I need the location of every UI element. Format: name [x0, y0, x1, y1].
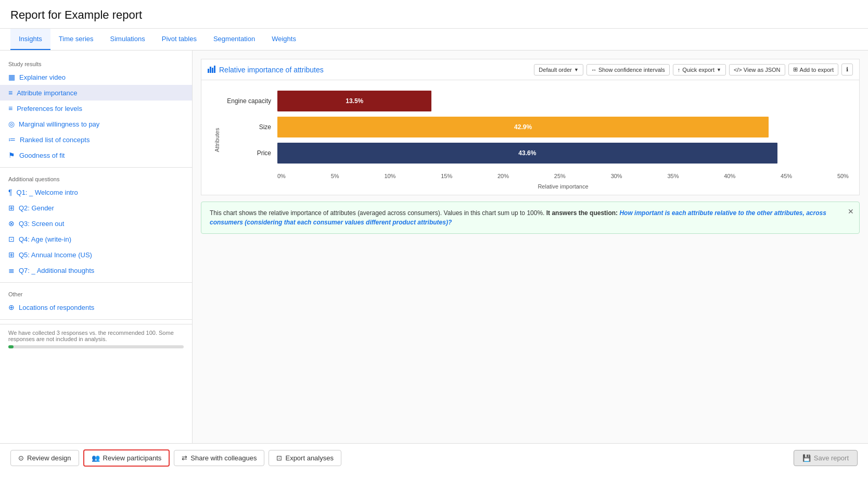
- other-label: Other: [0, 287, 192, 299]
- sidebar-item-label: Q7: _ Additional thoughts: [19, 267, 94, 274]
- x-tick-50: 50%: [837, 173, 849, 179]
- tab-time-series[interactable]: Time series: [50, 29, 102, 50]
- tab-pivot-tables[interactable]: Pivot tables: [154, 29, 205, 50]
- order-button[interactable]: Default order ▼: [534, 64, 583, 76]
- q1-icon: ¶: [8, 188, 12, 196]
- sidebar-item-label: Goodness of fit: [19, 152, 65, 159]
- study-results-label: Study results: [0, 57, 192, 69]
- share-icon: ⇄: [182, 454, 187, 462]
- info-text-normal: This chart shows the relative importance…: [210, 209, 544, 217]
- share-label: Share with colleagues: [190, 454, 257, 462]
- svg-rect-1: [210, 67, 211, 73]
- sidebar-divider-2: [0, 282, 192, 283]
- y-axis-label: Attributes: [212, 91, 220, 190]
- goodness-fit-icon: ⚑: [8, 151, 15, 159]
- info-button[interactable]: ℹ: [841, 64, 853, 76]
- chart-title-icon: [208, 65, 216, 74]
- chart-main: Engine capacity 13.5% Size: [220, 91, 849, 190]
- attribute-importance-icon: ≡: [8, 89, 12, 97]
- bar-track-engine-capacity: 13.5%: [277, 91, 849, 111]
- tab-segmentation[interactable]: Segmentation: [205, 29, 263, 50]
- review-design-icon: ⊙: [18, 454, 24, 462]
- bar-row-engine-capacity: Engine capacity 13.5%: [220, 91, 849, 111]
- quick-export-button[interactable]: ↑ Quick export ▼: [673, 64, 726, 76]
- sidebar-item-explainer-video[interactable]: ▦ Explainer video: [0, 69, 192, 85]
- sidebar-item-label: Attribute importance: [17, 89, 77, 97]
- bar-fill-price: 43.6%: [277, 143, 777, 164]
- review-participants-label: Review participants: [103, 454, 162, 462]
- sidebar-item-q7[interactable]: ≣ Q7: _ Additional thoughts: [0, 262, 192, 278]
- info-box-close-button[interactable]: ✕: [848, 206, 854, 217]
- sidebar-item-locations[interactable]: ⊕ Locations of respondents: [0, 299, 192, 315]
- q3-icon: ⊗: [8, 219, 15, 228]
- export-caret-icon: ▼: [717, 67, 721, 72]
- review-design-label: Review design: [27, 454, 71, 462]
- main-layout: Study results ▦ Explainer video ≡ Attrib…: [0, 51, 868, 443]
- save-icon: 💾: [802, 454, 811, 462]
- sidebar-item-q3[interactable]: ⊗ Q3: Screen out: [0, 216, 192, 231]
- chart-header: Relative importance of attributes Defaul…: [201, 59, 860, 80]
- review-design-button[interactable]: ⊙ Review design: [10, 450, 79, 466]
- sidebar-item-label: Marginal willingness to pay: [19, 120, 99, 128]
- sidebar-item-label: Q4: Age (write-in): [19, 235, 71, 243]
- sidebar-item-label: Ranked list of concepts: [20, 136, 90, 144]
- svg-rect-3: [214, 66, 215, 73]
- page-header: Report for Example report: [0, 0, 868, 29]
- review-participants-button[interactable]: 👥 Review participants: [83, 449, 170, 467]
- bar-label-engine-capacity: Engine capacity: [220, 97, 277, 105]
- confidence-intervals-button[interactable]: ↔ Show confidence intervals: [586, 64, 670, 76]
- bar-fill-size: 42.9%: [277, 117, 769, 137]
- sidebar-item-label: Q1: _ Welcome intro: [17, 189, 78, 196]
- bar-track-price: 43.6%: [277, 143, 849, 164]
- chart-title: Relative importance of attributes: [208, 65, 324, 74]
- explainer-video-icon: ▦: [8, 73, 15, 81]
- page-title: Report for Example report: [10, 8, 858, 22]
- view-json-button[interactable]: </> View as JSON: [729, 64, 785, 76]
- chart-title-text: Relative importance of attributes: [219, 66, 324, 74]
- sidebar-item-goodness-fit[interactable]: ⚑ Goodness of fit: [0, 147, 192, 163]
- sidebar: Study results ▦ Explainer video ≡ Attrib…: [0, 51, 193, 443]
- add-to-export-button[interactable]: ⊞ Add to export: [788, 64, 838, 76]
- bottom-bar: ⊙ Review design 👥 Review participants ⇄ …: [0, 443, 868, 472]
- sidebar-item-label: Explainer video: [19, 73, 66, 81]
- sidebar-item-label: Locations of respondents: [19, 304, 94, 311]
- bar-track-size: 42.9%: [277, 117, 849, 137]
- share-button[interactable]: ⇄ Share with colleagues: [174, 450, 264, 466]
- additional-questions-label: Additional questions: [0, 172, 192, 184]
- sidebar-item-q5[interactable]: ⊞ Q5: Annual Income (US): [0, 247, 192, 262]
- export-analyses-label: Export analyses: [285, 454, 334, 462]
- sidebar-item-preferences-levels[interactable]: ≡ Preferences for levels: [0, 101, 192, 116]
- x-tick-0: 0%: [277, 173, 286, 179]
- svg-rect-2: [212, 68, 213, 73]
- tab-simulations[interactable]: Simulations: [102, 29, 154, 50]
- export-analyses-button[interactable]: ⊡ Export analyses: [269, 450, 341, 466]
- preferences-levels-icon: ≡: [8, 104, 12, 112]
- order-caret-icon: ▼: [574, 67, 579, 72]
- tab-weights[interactable]: Weights: [263, 29, 304, 50]
- info-text-bold: It answers the question:: [546, 209, 618, 217]
- q5-icon: ⊞: [8, 250, 15, 259]
- bar-row-size: Size 42.9%: [220, 117, 849, 137]
- marginal-willingness-icon: ◎: [8, 120, 15, 128]
- export-label: Quick export: [682, 67, 714, 73]
- chart-controls: Default order ▼ ↔ Show confidence interv…: [534, 64, 853, 76]
- tabs-bar: Insights Time series Simulations Pivot t…: [0, 29, 868, 51]
- sidebar-item-q4[interactable]: ⊡ Q4: Age (write-in): [0, 231, 192, 247]
- tab-insights[interactable]: Insights: [10, 29, 50, 50]
- sidebar-item-label: Q5: Annual Income (US): [19, 251, 92, 259]
- x-tick-35: 35%: [667, 173, 679, 179]
- sidebar-item-marginal-willingness[interactable]: ◎ Marginal willingness to pay: [0, 116, 192, 132]
- x-tick-10: 10%: [384, 173, 395, 179]
- bar-value-size: 42.9%: [514, 123, 532, 131]
- chart-inner: Attributes Engine capacity 13.5%: [212, 91, 849, 190]
- chart-bars: Engine capacity 13.5% Size: [220, 91, 849, 173]
- sidebar-item-q2[interactable]: ⊞ Q2: Gender: [0, 200, 192, 216]
- order-label: Default order: [539, 67, 572, 73]
- q7-icon: ≣: [8, 266, 15, 274]
- sidebar-footer: We have collected 3 responses vs. the re…: [0, 324, 192, 354]
- sidebar-item-q1[interactable]: ¶ Q1: _ Welcome intro: [0, 184, 192, 200]
- sidebar-item-ranked-concepts[interactable]: ≔ Ranked list of concepts: [0, 132, 192, 147]
- sidebar-item-attribute-importance[interactable]: ≡ Attribute importance: [0, 85, 192, 101]
- bar-value-price: 43.6%: [518, 149, 536, 157]
- footer-text: We have collected 3 responses vs. the re…: [8, 330, 174, 342]
